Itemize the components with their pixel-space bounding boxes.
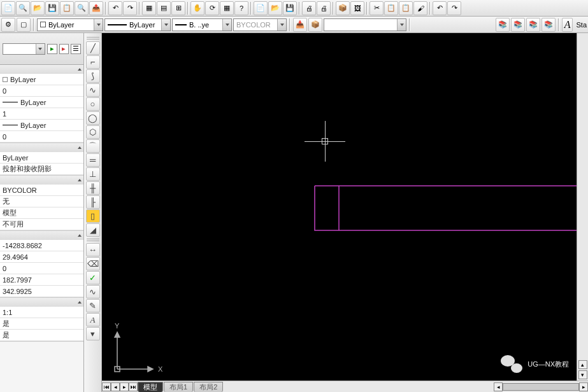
tab-model[interactable]: 模型	[138, 382, 163, 392]
layers4-button[interactable]: 📚	[541, 18, 556, 32]
preview-button[interactable]: 🔍	[75, 1, 89, 15]
chamfer-tool[interactable]: ◢	[86, 223, 100, 237]
polygon-tool[interactable]: ⬡	[86, 125, 100, 139]
mirror-tool[interactable]: ⊥	[86, 167, 100, 181]
save-button[interactable]: 💾	[45, 1, 59, 15]
model-space[interactable]: X Y UG—NX教程 ▴ ▾	[102, 33, 588, 392]
circle-tool[interactable]: ○	[86, 97, 100, 111]
spline-tool[interactable]: ∿	[86, 83, 100, 97]
plotstyle-combo[interactable]: BYCOLOR	[233, 18, 287, 31]
prop-row[interactable]: ByLayer	[0, 97, 83, 108]
prop-row[interactable]: 模型	[0, 207, 83, 219]
fillet-tool[interactable]: ▯	[86, 209, 100, 223]
save2-button[interactable]: 💾	[283, 1, 297, 15]
prop-row[interactable]: ByLayer	[0, 152, 83, 164]
new-button[interactable]: 📄	[1, 1, 15, 15]
copy-button[interactable]: 📋	[384, 1, 398, 15]
paste-button[interactable]: 📋	[399, 1, 413, 15]
block-combo[interactable]	[324, 18, 406, 31]
pencil-tool[interactable]: ✎	[86, 299, 100, 312]
scroll-up-button[interactable]: ▴	[578, 360, 587, 369]
quickselect-button[interactable]: ▸	[59, 44, 69, 54]
insert-button[interactable]: 📥	[293, 18, 307, 32]
toggle-pim-button[interactable]: ▸	[47, 44, 57, 54]
prop-row[interactable]: 29.4964	[0, 251, 83, 263]
prop-row[interactable]: BYCOLOR	[0, 185, 83, 196]
lineweight-combo[interactable]: B. ..ye	[172, 18, 232, 31]
filter-button[interactable]: ☰	[71, 44, 81, 54]
wave-tool[interactable]: ∿	[86, 285, 100, 298]
offset-tool[interactable]: ═	[86, 153, 100, 167]
3d-button[interactable]: 📦	[336, 1, 350, 15]
ellipse-tool[interactable]: ◯	[86, 111, 100, 125]
linetype-combo[interactable]: ByLayer	[104, 18, 171, 31]
prop-group-header[interactable]	[0, 298, 83, 307]
arc-tool[interactable]: ⟆	[86, 69, 100, 83]
open2-button[interactable]: 📂	[268, 1, 282, 15]
prop-row[interactable]: 0	[0, 85, 83, 97]
print-button[interactable]: 🖨	[302, 1, 316, 15]
layer-props-button[interactable]: ⚙	[1, 18, 15, 32]
hscroll-right-button[interactable]: ▸	[579, 382, 588, 391]
tab-next-button[interactable]: ▸	[120, 382, 129, 391]
tab-first-button[interactable]: ⏮	[102, 382, 111, 391]
redo2-button[interactable]: ↷	[447, 1, 461, 15]
calc2-button[interactable]: ▦	[220, 1, 234, 15]
scroll-down-button[interactable]: ▾	[578, 370, 587, 379]
prop-row[interactable]: ByLayer	[0, 120, 83, 131]
hscroll-left-button[interactable]: ◂	[494, 382, 503, 391]
redo-button[interactable]: ↷	[123, 1, 137, 15]
prop-group-header[interactable]	[0, 176, 83, 185]
match-button[interactable]: 🖌	[413, 1, 427, 15]
layers1-button[interactable]: 📚	[496, 18, 510, 32]
tab-last-button[interactable]: ⏭	[129, 382, 138, 391]
hscroll-thumb[interactable]	[503, 383, 579, 391]
wblock-button[interactable]: 📦	[308, 18, 322, 32]
orbit-button[interactable]: ⟳	[205, 1, 219, 15]
calc-button[interactable]: ▦	[142, 1, 156, 15]
prop-row[interactable]: 1:1	[0, 307, 83, 318]
toolbox-handle[interactable]	[87, 37, 99, 39]
more-tool[interactable]: ▾	[86, 327, 100, 340]
prop-row[interactable]: 投射和接收阴影	[0, 164, 83, 175]
prop-row[interactable]: 不可用	[0, 219, 83, 230]
prop-row[interactable]: -14283.8682	[0, 240, 83, 251]
prop-row[interactable]: 无	[0, 196, 83, 207]
print2-button[interactable]: 🖨	[317, 1, 331, 15]
prop-row[interactable]: 是	[0, 330, 83, 341]
color-combo[interactable]: ByLayer	[37, 18, 103, 31]
publish-button[interactable]: 📤	[89, 1, 103, 15]
prop-row[interactable]: 0	[0, 263, 83, 274]
check-tool[interactable]: ✓	[86, 271, 100, 284]
undo2-button[interactable]: ↶	[433, 1, 447, 15]
eraser-tool[interactable]: ⌫	[86, 257, 100, 270]
undo-button[interactable]: ↶	[108, 1, 122, 15]
sheet-button[interactable]: ▤	[157, 1, 171, 15]
render-button[interactable]: 🖼	[350, 1, 364, 15]
arc2-tool[interactable]: ⌒	[86, 139, 100, 153]
tab-layout2[interactable]: 布局2	[194, 382, 223, 392]
cut-button[interactable]: ✂	[369, 1, 384, 15]
help-button[interactable]: ?	[234, 1, 248, 15]
tab-prev-button[interactable]: ◂	[111, 382, 120, 391]
polyline-tool[interactable]: ⌐	[86, 55, 100, 69]
text-tool[interactable]: A	[86, 313, 100, 326]
zoom-button[interactable]: 🔍	[16, 1, 30, 15]
grid-button[interactable]: ⊞	[171, 1, 185, 15]
open-button[interactable]: 📂	[31, 1, 45, 15]
prop-row[interactable]: ByLayer	[0, 74, 83, 85]
layers2-button[interactable]: 📚	[511, 18, 525, 32]
prop-row[interactable]: 342.9925	[0, 286, 83, 297]
text-style-button[interactable]: A	[562, 18, 573, 32]
selection-combo[interactable]	[3, 43, 45, 55]
vertical-scrollbar[interactable]: ▴ ▾	[577, 33, 588, 381]
toolbox-handle2[interactable]	[87, 239, 99, 241]
extend-tool[interactable]: ╟	[86, 195, 100, 209]
new2-button[interactable]: 📄	[254, 1, 268, 15]
prop-row[interactable]: 是	[0, 318, 83, 330]
plot-button[interactable]: 📋	[60, 1, 74, 15]
pan-button[interactable]: ✋	[190, 1, 204, 15]
layers3-button[interactable]: 📚	[526, 18, 540, 32]
prop-group-header[interactable]	[0, 65, 83, 74]
prop-row[interactable]: 0	[0, 131, 83, 143]
